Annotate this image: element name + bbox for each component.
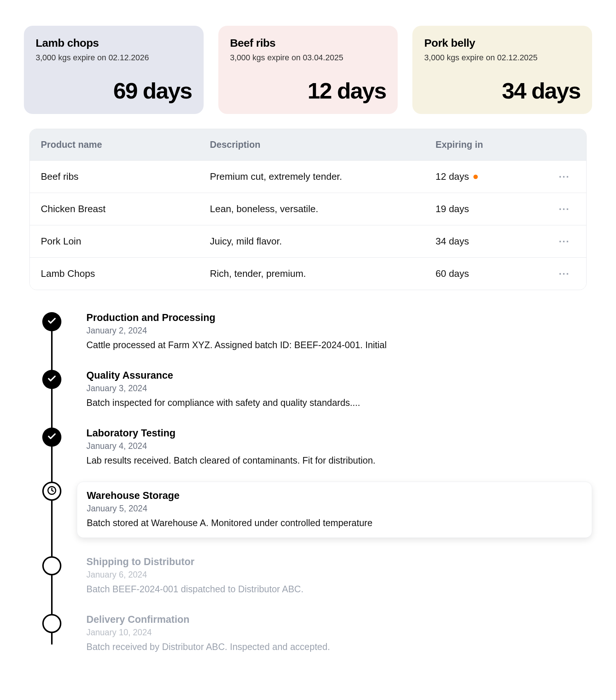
timeline-marker-done	[42, 428, 61, 447]
timeline-marker-future	[42, 614, 61, 633]
cell-product-name: Beef ribs	[41, 168, 210, 185]
expiry-card-title: Pork belly	[424, 37, 580, 49]
table-row[interactable]: Pork Loin Juicy, mild flavor. 34 days ··…	[30, 225, 586, 257]
cell-product-name: Chicken Breast	[41, 200, 210, 218]
table-row[interactable]: Lamb Chops Rich, tender, premium. 60 day…	[30, 257, 586, 290]
timeline-title: Laboratory Testing	[86, 428, 592, 439]
timeline-item-future[interactable]: Delivery Confirmation January 10, 2024 B…	[72, 614, 592, 653]
table-row[interactable]: Beef ribs Premium cut, extremely tender.…	[30, 160, 586, 193]
timeline-title: Production and Processing	[86, 312, 592, 324]
timeline-description: Batch stored at Warehouse A. Monitored u…	[87, 517, 582, 529]
timeline-marker-done	[42, 370, 61, 389]
timeline-description: Batch BEEF-2024-001 dispatched to Distri…	[86, 583, 592, 596]
timeline-marker-done	[42, 312, 61, 331]
row-more-button[interactable]: ···	[559, 204, 569, 214]
cell-expiring-in: 34 days	[436, 236, 553, 247]
column-header-actions	[553, 139, 575, 150]
timeline-marker-current	[42, 482, 61, 501]
timeline-description: Batch inspected for compliance with safe…	[86, 396, 592, 409]
timeline-item-future[interactable]: Shipping to Distributor January 6, 2024 …	[72, 556, 592, 614]
expiring-value: 60 days	[436, 268, 469, 279]
timeline-marker-future	[42, 556, 61, 575]
expiry-card-days: 69 days	[36, 78, 192, 104]
timeline-mask	[47, 644, 56, 653]
timeline-item[interactable]: Production and Processing January 2, 202…	[72, 312, 592, 370]
expiring-value: 19 days	[436, 203, 469, 215]
cell-product-name: Pork Loin	[41, 233, 210, 250]
cell-description: Lean, boneless, versatile.	[210, 200, 436, 218]
column-header-description: Description	[210, 139, 436, 150]
check-icon	[47, 374, 57, 385]
cell-description: Juicy, mild flavor.	[210, 233, 436, 250]
timeline-description: Lab results received. Batch cleared of c…	[86, 454, 592, 467]
timeline-date: January 5, 2024	[87, 504, 582, 514]
timeline-title: Warehouse Storage	[87, 490, 582, 501]
row-more-button[interactable]: ···	[559, 269, 569, 279]
clock-icon	[47, 485, 57, 497]
warning-dot-icon	[473, 175, 478, 179]
expiry-card[interactable]: Pork belly 3,000 kgs expire on 02.12.202…	[412, 26, 592, 114]
cell-expiring-in: 12 days	[436, 171, 553, 182]
timeline-description: Cattle processed at Farm XYZ. Assigned b…	[86, 339, 592, 351]
batch-timeline: Production and Processing January 2, 202…	[42, 312, 592, 653]
cell-expiring-in: 19 days	[436, 203, 553, 215]
expiry-card[interactable]: Lamb chops 3,000 kgs expire on 02.12.202…	[24, 26, 204, 114]
cell-description: Rich, tender, premium.	[210, 265, 436, 282]
cell-description: Premium cut, extremely tender.	[210, 168, 436, 185]
timeline-title: Quality Assurance	[86, 370, 592, 381]
expiry-card-subtitle: 3,000 kgs expire on 02.12.2026	[36, 53, 192, 63]
timeline-title: Shipping to Distributor	[86, 556, 592, 568]
timeline-date: January 10, 2024	[86, 628, 592, 638]
column-header-expiring-in: Expiring in	[436, 139, 553, 150]
timeline-date: January 3, 2024	[86, 383, 592, 393]
row-more-button[interactable]: ···	[559, 172, 569, 182]
expiry-card-subtitle: 3,000 kgs expire on 02.12.2025	[424, 53, 580, 63]
cell-product-name: Lamb Chops	[41, 265, 210, 282]
expiry-card[interactable]: Beef ribs 3,000 kgs expire on 03.04.2025…	[218, 26, 398, 114]
expiry-cards-row: Lamb chops 3,000 kgs expire on 02.12.202…	[24, 26, 592, 114]
row-more-button[interactable]: ···	[559, 236, 569, 247]
table-row[interactable]: Chicken Breast Lean, boneless, versatile…	[30, 193, 586, 225]
expiry-card-title: Lamb chops	[36, 37, 192, 49]
timeline-description: Batch received by Distributor ABC. Inspe…	[86, 640, 592, 653]
table-header-row: Product name Description Expiring in	[30, 129, 586, 160]
products-table: Product name Description Expiring in Bee…	[29, 129, 587, 290]
timeline-item-current[interactable]: Warehouse Storage January 5, 2024 Batch …	[72, 482, 592, 556]
timeline-item[interactable]: Quality Assurance January 3, 2024 Batch …	[72, 370, 592, 428]
check-icon	[47, 316, 57, 327]
column-header-product-name: Product name	[41, 139, 210, 150]
timeline-date: January 2, 2024	[86, 326, 592, 336]
expiry-card-title: Beef ribs	[230, 37, 386, 49]
check-icon	[47, 432, 57, 443]
timeline-date: January 4, 2024	[86, 441, 592, 451]
expiry-card-days: 12 days	[230, 78, 386, 104]
expiring-value: 12 days	[436, 171, 469, 182]
timeline-item[interactable]: Laboratory Testing January 4, 2024 Lab r…	[72, 428, 592, 485]
timeline-title: Delivery Confirmation	[86, 614, 592, 625]
timeline-current-card: Warehouse Storage January 5, 2024 Batch …	[77, 482, 592, 538]
expiry-card-subtitle: 3,000 kgs expire on 03.04.2025	[230, 53, 386, 63]
expiry-card-days: 34 days	[424, 78, 580, 104]
cell-expiring-in: 60 days	[436, 268, 553, 279]
expiring-value: 34 days	[436, 236, 469, 247]
timeline-date: January 6, 2024	[86, 570, 592, 580]
